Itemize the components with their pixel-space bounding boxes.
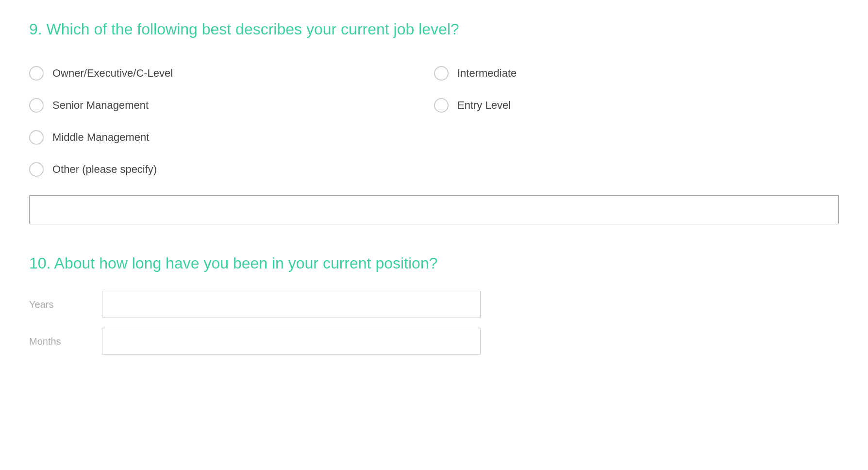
question-10-title: 10. About how long have you been in your… bbox=[29, 253, 839, 274]
option-senior[interactable]: Senior Management bbox=[29, 89, 434, 121]
years-field: Years bbox=[29, 291, 839, 318]
option-owner[interactable]: Owner/Executive/C-Level bbox=[29, 57, 434, 89]
options-column-left: Owner/Executive/C-Level Senior Managemen… bbox=[29, 57, 434, 185]
option-entry-label: Entry Level bbox=[457, 99, 511, 112]
radio-entry-circle bbox=[434, 98, 449, 113]
option-other[interactable]: Other (please specify) bbox=[29, 153, 434, 185]
radio-senior-circle bbox=[29, 98, 44, 113]
option-middle[interactable]: Middle Management bbox=[29, 121, 434, 153]
years-input[interactable] bbox=[102, 291, 481, 318]
option-middle-label: Middle Management bbox=[52, 131, 149, 144]
radio-middle-circle bbox=[29, 130, 44, 145]
months-field: Months bbox=[29, 328, 839, 355]
years-label: Years bbox=[29, 299, 87, 310]
option-intermediate-label: Intermediate bbox=[457, 67, 517, 80]
option-owner-label: Owner/Executive/C-Level bbox=[52, 67, 173, 80]
option-entry[interactable]: Entry Level bbox=[434, 89, 839, 121]
other-specify-input[interactable] bbox=[29, 195, 839, 224]
question-9-title: 9. Which of the following best describes… bbox=[29, 19, 839, 40]
option-senior-label: Senior Management bbox=[52, 99, 149, 112]
option-other-label: Other (please specify) bbox=[52, 163, 157, 176]
other-specify-container bbox=[29, 195, 839, 224]
radio-intermediate-circle bbox=[434, 66, 449, 81]
months-label: Months bbox=[29, 336, 87, 347]
options-column-right: Intermediate Entry Level bbox=[434, 57, 839, 185]
radio-other-circle bbox=[29, 162, 44, 177]
radio-owner-circle bbox=[29, 66, 44, 81]
question-9-options-grid: Owner/Executive/C-Level Senior Managemen… bbox=[29, 57, 839, 185]
option-intermediate[interactable]: Intermediate bbox=[434, 57, 839, 89]
question-10-section: 10. About how long have you been in your… bbox=[29, 253, 839, 355]
months-input[interactable] bbox=[102, 328, 481, 355]
